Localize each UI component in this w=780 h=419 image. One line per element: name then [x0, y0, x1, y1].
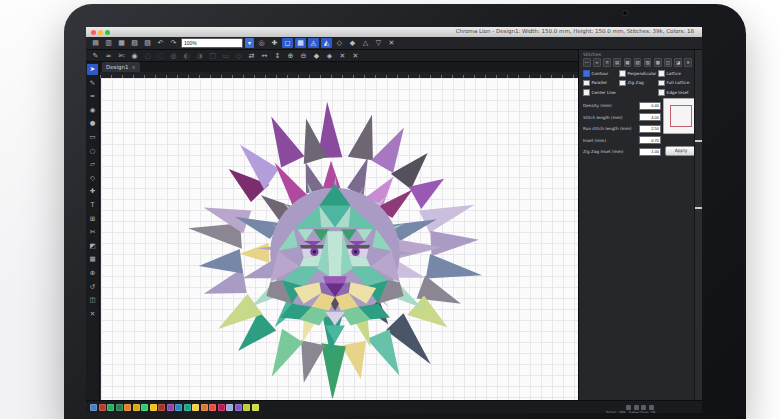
- shape-dot-icon[interactable]: ◍: [168, 51, 179, 61]
- swap-direction-icon[interactable]: ⇄: [246, 51, 257, 61]
- show-hoop-icon[interactable]: ◻: [282, 38, 293, 48]
- zoom-select-field[interactable]: [181, 38, 243, 48]
- shape-circle-icon[interactable]: ○: [142, 51, 153, 61]
- mirror-v-icon[interactable]: ↕: [272, 51, 283, 61]
- thread-color-swatch-7[interactable]: [141, 404, 148, 411]
- thread-color-swatch-18[interactable]: [235, 404, 242, 411]
- tab-close-icon[interactable]: ×: [132, 64, 136, 70]
- zoom-in-icon[interactable]: ◎: [256, 38, 267, 48]
- overlap-check-icon[interactable]: ◆: [347, 38, 358, 48]
- draw-pen-icon[interactable]: ✎: [90, 51, 101, 61]
- field-input-run-stitch-length-mm-[interactable]: [639, 125, 661, 133]
- stitch-type-icon-1[interactable]: —: [583, 58, 591, 67]
- stitch-point-tool-icon[interactable]: ●: [87, 118, 98, 129]
- checkbox-box-center-line[interactable]: [583, 89, 590, 96]
- thread-color-swatch-5[interactable]: [124, 404, 131, 411]
- thread-color-swatch-3[interactable]: [107, 404, 114, 411]
- panel-separator[interactable]: [695, 140, 702, 142]
- checkbox-full-lattice[interactable]: Full Lattice: [658, 80, 692, 87]
- checkbox-box-lattice[interactable]: [658, 70, 665, 77]
- draw-bezier-icon[interactable]: ≈: [103, 51, 114, 61]
- rotate-tool-icon[interactable]: ↺: [87, 282, 98, 293]
- thread-color-swatch-6[interactable]: [133, 404, 140, 411]
- checkbox-box-zig-zag[interactable]: [619, 80, 626, 87]
- break-apart-icon[interactable]: ✕: [337, 51, 348, 61]
- save-design-icon[interactable]: ▦: [116, 38, 127, 48]
- thread-color-swatch-17[interactable]: [226, 404, 233, 411]
- measure-icon[interactable]: ◇: [334, 38, 345, 48]
- thread-color-swatch-8[interactable]: [150, 404, 157, 411]
- thread-color-swatch-9[interactable]: [158, 404, 165, 411]
- stitch-type-icon-4[interactable]: ▤: [613, 58, 621, 67]
- run-stitch-icon[interactable]: ◉: [129, 51, 140, 61]
- text-tool-icon[interactable]: T: [87, 200, 98, 211]
- new-design-icon[interactable]: ▤: [90, 38, 101, 48]
- rectangle-tool-icon[interactable]: ▭: [87, 132, 98, 143]
- checkbox-box-contour[interactable]: [583, 70, 590, 77]
- thread-color-swatch-4[interactable]: [116, 404, 123, 411]
- thread-color-swatch-1[interactable]: [90, 404, 97, 411]
- redo-icon[interactable]: ↷: [168, 38, 179, 48]
- field-input-stitch-length-mm-[interactable]: [639, 113, 661, 121]
- add-point-tool-icon[interactable]: ✚: [87, 186, 98, 197]
- undo-icon[interactable]: ↶: [155, 38, 166, 48]
- thread-color-swatch-2[interactable]: [99, 404, 106, 411]
- export-design-icon[interactable]: ▨: [142, 38, 153, 48]
- checkbox-lattice[interactable]: Lattice: [658, 70, 692, 77]
- select-tool-icon[interactable]: ➤: [87, 64, 98, 75]
- pattern-tool-icon[interactable]: ▦: [87, 254, 98, 265]
- checkbox-parallel[interactable]: Parallel: [583, 80, 617, 87]
- center-tool-icon[interactable]: ⊕: [87, 268, 98, 279]
- thread-color-swatch-12[interactable]: [184, 404, 191, 411]
- add-hole-icon[interactable]: ⊕: [285, 51, 296, 61]
- thread-color-swatch-15[interactable]: [209, 404, 216, 411]
- field-input-density-mm-[interactable]: [639, 102, 661, 110]
- thread-color-swatch-16[interactable]: [218, 404, 225, 411]
- close-path-icon[interactable]: ✕: [350, 51, 361, 61]
- stitch-type-icon-3[interactable]: ≡: [603, 58, 611, 67]
- stitch-type-icon-6[interactable]: ▧: [634, 58, 642, 67]
- pen-tool-icon[interactable]: ✎: [87, 78, 98, 89]
- shape-quarter-icon[interactable]: ◑: [194, 51, 205, 61]
- show-grid-icon[interactable]: ▦: [295, 38, 306, 48]
- stitch-type-icon-5[interactable]: ▦: [624, 58, 632, 67]
- show-3d-icon[interactable]: ◭: [321, 38, 332, 48]
- stitch-type-icon-2[interactable]: ≈: [593, 58, 601, 67]
- shape-ring-icon[interactable]: ◌: [155, 51, 166, 61]
- pan-icon[interactable]: ✚: [269, 38, 280, 48]
- apply-button[interactable]: Apply: [665, 146, 697, 156]
- ungroup-icon[interactable]: ◈: [324, 51, 335, 61]
- shape-square-icon[interactable]: □: [207, 51, 218, 61]
- thread-color-swatch-14[interactable]: [201, 404, 208, 411]
- design-canvas[interactable]: [100, 78, 579, 400]
- checkbox-box-edge-inset[interactable]: [658, 89, 665, 96]
- group-icon[interactable]: ◆: [311, 51, 322, 61]
- checkbox-zig-zag[interactable]: Zig Zag: [619, 80, 656, 87]
- checkbox-contour[interactable]: Contour: [583, 70, 617, 77]
- print-icon[interactable]: ▧: [129, 38, 140, 48]
- thread-color-swatch-13[interactable]: [192, 404, 199, 411]
- thread-color-swatch-10[interactable]: [167, 404, 174, 411]
- checkbox-box-perpendicular[interactable]: [619, 70, 626, 77]
- stitch-type-icon-9[interactable]: ◫: [664, 58, 672, 67]
- delete-tool-icon[interactable]: ✕: [87, 309, 98, 320]
- fill-tool-icon[interactable]: ◩: [87, 241, 98, 252]
- checkbox-edge-inset[interactable]: Edge Inset: [658, 89, 692, 96]
- stitch-type-icon-8[interactable]: ▩: [654, 58, 662, 67]
- rotate-icon[interactable]: ▽: [373, 38, 384, 48]
- align-icon[interactable]: △: [360, 38, 371, 48]
- polygon-tool-icon[interactable]: ▱: [87, 159, 98, 170]
- duplicate-tool-icon[interactable]: ◫: [87, 295, 98, 306]
- grid-tool-icon[interactable]: ⊞: [87, 214, 98, 225]
- tab-design1[interactable]: Design1 ×: [102, 62, 140, 72]
- checkbox-box-parallel[interactable]: [583, 80, 590, 87]
- field-input-zig-zag-inset-mm-[interactable]: [639, 148, 661, 156]
- zoom-select-caret-icon[interactable]: ▾: [245, 38, 254, 48]
- shape-rect-icon[interactable]: ▭: [220, 51, 231, 61]
- node-edit-tool-icon[interactable]: ◉: [87, 105, 98, 116]
- panel-separator[interactable]: [695, 207, 702, 209]
- thread-color-swatch-11[interactable]: [175, 404, 182, 411]
- cut-tool-icon[interactable]: ✄: [87, 227, 98, 238]
- scissors-icon[interactable]: ✄: [116, 51, 127, 61]
- checkbox-box-full-lattice[interactable]: [658, 80, 665, 87]
